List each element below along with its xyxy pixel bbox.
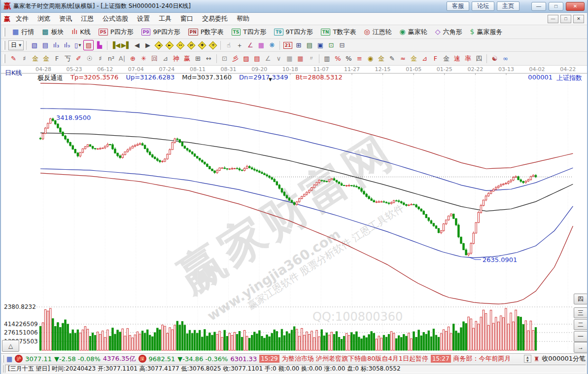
ray-fan-tool-button[interactable]: 彡 xyxy=(230,53,241,64)
slant-tool-button[interactable]: 〃 xyxy=(306,53,316,64)
cycle-brain-button[interactable]: ❋ xyxy=(267,40,277,50)
p-square-button[interactable]: PSP四方形 xyxy=(95,27,137,37)
v-line-tool-button[interactable]: ∨ xyxy=(274,53,284,64)
news-headline-1[interactable]: 为整治市场 泸州老窖旗下特曲80版自4月1日起暂停 xyxy=(282,354,428,363)
first-page-button[interactable]: ▐◀ xyxy=(110,40,120,50)
menu-item-1[interactable]: 浏览 xyxy=(33,13,55,24)
tick-chart-link[interactable]: 收000001分笔 xyxy=(542,354,586,363)
menu-item-3[interactable]: 江恩 xyxy=(76,13,98,24)
candle-style-button[interactable]: ▯▼ xyxy=(72,40,83,50)
fan-box-tool-button[interactable]: ▨ xyxy=(241,53,251,64)
news-scroll-spinner[interactable]: ▲▼ xyxy=(524,355,531,363)
angle-line-tool-button[interactable]: ∠ xyxy=(263,53,273,64)
menu-item-5[interactable]: 设置 xyxy=(133,13,154,24)
pan-left-button[interactable]: ◄ xyxy=(153,40,164,50)
spiral-square-tool-button[interactable]: 回 xyxy=(149,53,160,64)
save-button[interactable]: ▣ xyxy=(315,40,325,50)
last-page-button[interactable]: ▶▌ xyxy=(121,40,131,50)
wave-tool-button[interactable]: ≈ xyxy=(398,53,408,64)
square-n2-tool-button[interactable]: n² xyxy=(106,53,116,64)
pane-1-button[interactable]: 一 xyxy=(574,331,587,342)
line-box-tool-button[interactable]: ▤ xyxy=(252,53,262,64)
menu-item-2[interactable]: 资讯 xyxy=(55,13,76,24)
menu-item-4[interactable]: 公式选股 xyxy=(98,13,133,24)
number-grid-tool-button[interactable]: ⊞ xyxy=(193,53,203,64)
gold-circle-tool-button[interactable]: ◉ xyxy=(365,53,376,64)
nine-t-square-button[interactable]: T99T四方形 xyxy=(271,27,316,37)
compress-h-button[interactable]: ⇄ xyxy=(186,40,196,50)
percent-lines-tool-button[interactable]: ≡ xyxy=(354,53,365,64)
sz-index-value[interactable]: 9682.51 xyxy=(149,355,175,363)
spiral-tool-button[interactable]: 丂 xyxy=(63,53,73,64)
customer-service-button[interactable]: 客服 xyxy=(447,1,469,11)
workstation-button[interactable]: ⊟ xyxy=(337,40,347,50)
pane-3-button[interactable]: 三 xyxy=(574,307,587,318)
bars9-button[interactable]: ıl₉ xyxy=(62,40,72,50)
next-bar-button[interactable]: ▶ xyxy=(142,40,153,50)
ying-tool-button[interactable]: 赢 xyxy=(182,53,192,64)
kline-active-button[interactable]: ▨ xyxy=(83,40,94,50)
t-square-button[interactable]: TST四方形 xyxy=(228,27,270,37)
share-button[interactable]: ⊡ xyxy=(326,40,336,50)
gold-line-tool-button[interactable]: 金 xyxy=(30,53,40,64)
f-line-tool-button[interactable]: F xyxy=(52,53,62,64)
spinner-down-icon[interactable]: ▼ xyxy=(524,359,531,362)
hash-tool-button[interactable]: ♯ xyxy=(95,53,105,64)
k-angle-tool-button[interactable]: ⊿ xyxy=(160,53,171,64)
memo-button[interactable]: ▤ xyxy=(304,40,314,50)
zoom-in-button[interactable]: ✛ xyxy=(208,40,218,50)
volume-expand-button[interactable]: △ xyxy=(2,340,19,352)
news-headline-2[interactable]: 商务部：今年前两月 xyxy=(453,354,521,363)
scale-tool-button[interactable]: ▥ xyxy=(322,53,332,64)
homepage-button[interactable]: 主页 xyxy=(497,1,519,11)
calendar-button[interactable]: 21 xyxy=(282,40,293,50)
expand-h-button[interactable]: ↔ xyxy=(175,40,185,50)
span-measure-tool-button[interactable]: ↔ xyxy=(204,53,214,64)
annotate-tool-button[interactable]: ✎ xyxy=(387,53,397,64)
burst-tool-button[interactable]: ✳ xyxy=(138,53,149,64)
menu-item-9[interactable]: 帮助 xyxy=(232,13,254,24)
calculator-button[interactable]: ⊞ xyxy=(293,40,304,50)
nine-p-square-button[interactable]: P99P四方形 xyxy=(138,27,184,37)
target-tool-button[interactable]: ⊕ xyxy=(128,53,138,64)
speed-line-tool-button[interactable]: 速 xyxy=(452,53,462,64)
crosshair-button[interactable]: ＋ xyxy=(234,40,244,50)
gold-section-tool-button[interactable]: 金 xyxy=(41,53,51,64)
gann-wheel-button[interactable]: ◎江恩轮 xyxy=(360,27,395,37)
menu-item-7[interactable]: 窗口 xyxy=(176,13,198,24)
pane-grid-tool-button[interactable]: ⊡ xyxy=(219,53,230,64)
angle-up-tool-button[interactable]: ⊿ xyxy=(419,53,430,64)
angle-gauge-button[interactable]: ∠ xyxy=(245,40,255,50)
forum-button[interactable]: 论坛 xyxy=(472,1,494,11)
winner-wheel-button[interactable]: ◉赢家轮 xyxy=(396,27,431,37)
p-number-table-button[interactable]: PNP数字表 xyxy=(185,27,227,37)
report-button[interactable]: ▤ xyxy=(40,40,50,50)
circle-cycle-tool-button[interactable]: ☉ xyxy=(84,53,95,64)
bars3-button[interactable]: ıl₃ xyxy=(51,40,61,50)
kline-chart-canvas[interactable]: 3418.95002635.09012380.82324142265092761… xyxy=(1,66,587,353)
infinity-button[interactable]: ∞ xyxy=(500,53,511,64)
mdi-close-button[interactable]: ✕ xyxy=(573,15,584,23)
rate-line-tool-button[interactable]: 率 xyxy=(463,53,473,64)
winner-service-button[interactable]: $赢家服务 xyxy=(467,27,506,37)
hexagon-button[interactable]: ◇六角形 xyxy=(432,27,466,37)
sh-index-value[interactable]: 3077.11 xyxy=(25,355,52,363)
shen-tool-button[interactable]: 神 xyxy=(171,53,181,64)
zoom-out-button[interactable]: ✚ xyxy=(197,40,207,50)
menu-item-8[interactable]: 交易委托 xyxy=(198,13,232,24)
gann-grid-tool-button[interactable]: ♯ xyxy=(19,53,30,64)
t-number-table-button[interactable]: TNT数字表 xyxy=(317,27,360,37)
spinner-up-icon[interactable]: ▲ xyxy=(524,355,531,359)
gold-box-tool-button[interactable]: 金 xyxy=(409,53,419,64)
red-grid-tool-button[interactable]: ▦ xyxy=(295,53,306,64)
pane-arrow-button[interactable]: → xyxy=(574,342,587,353)
percent-tool-button[interactable]: % xyxy=(344,53,354,64)
quotes-button[interactable]: ▦行情 xyxy=(9,27,37,37)
pane-2-button[interactable]: 二 xyxy=(574,319,587,330)
kline-button[interactable]: ılıK线 xyxy=(68,27,94,37)
zigzag-chart-button[interactable]: ▧ xyxy=(29,40,39,50)
ruler-pencil-tool-button[interactable]: ✐ xyxy=(73,53,84,64)
menu-item-6[interactable]: 工具 xyxy=(154,13,176,24)
gold-angle-tool-button[interactable]: 金 xyxy=(441,53,451,64)
f-angle-tool-button[interactable]: F xyxy=(430,53,441,64)
